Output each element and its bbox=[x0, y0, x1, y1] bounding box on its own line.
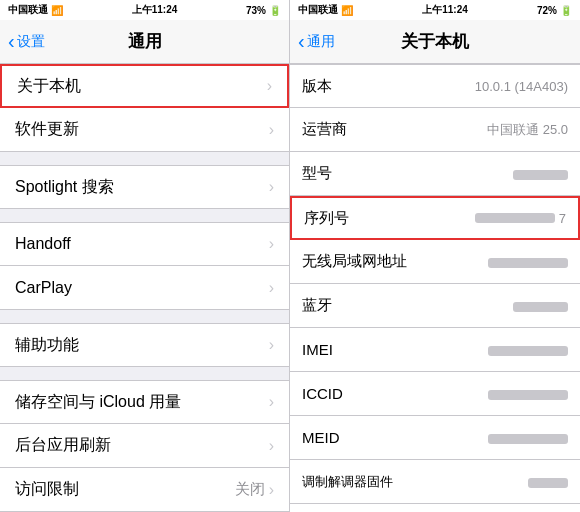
section-gap-1 bbox=[0, 152, 289, 165]
item-software-label: 软件更新 bbox=[15, 119, 79, 140]
key-carrier: 运营商 bbox=[302, 120, 372, 139]
item-bg-label: 后台应用刷新 bbox=[15, 435, 111, 456]
chevron-icon-6: › bbox=[269, 336, 274, 354]
val-bluetooth bbox=[372, 298, 568, 313]
imei-blurred bbox=[488, 346, 568, 356]
row-model: 型号 bbox=[290, 152, 580, 196]
modem-blurred bbox=[528, 478, 568, 488]
section-5: 储存空间与 iCloud 用量 › 后台应用刷新 › 访问限制 关闭 › bbox=[0, 380, 289, 512]
val-version: 10.0.1 (14A403) bbox=[372, 79, 568, 94]
item-handoff-label: Handoff bbox=[15, 235, 71, 253]
carrier-label-right: 中国联通 bbox=[298, 3, 338, 17]
item-restrictions-value: 关闭 › bbox=[235, 480, 274, 499]
key-iccid: ICCID bbox=[302, 385, 372, 402]
item-restrictions[interactable]: 访问限制 关闭 › bbox=[0, 468, 289, 512]
back-chevron-icon-right: ‹ bbox=[298, 31, 305, 51]
val-modem bbox=[393, 474, 568, 489]
bluetooth-blurred bbox=[513, 302, 568, 312]
status-right: 73% 🔋 bbox=[246, 5, 281, 16]
item-spotlight-label: Spotlight 搜索 bbox=[15, 177, 114, 198]
left-panel: 中国联通 📶 上午11:24 73% 🔋 ‹ 设置 通用 关于本机 › 软件更新… bbox=[0, 0, 290, 512]
item-storage[interactable]: 储存空间与 iCloud 用量 › bbox=[0, 380, 289, 424]
row-modem: 调制解调器固件 bbox=[290, 460, 580, 504]
item-carplay-label: CarPlay bbox=[15, 279, 72, 297]
chevron-icon-9: › bbox=[269, 481, 274, 499]
status-bar-left: 中国联通 📶 上午11:24 73% 🔋 bbox=[0, 0, 289, 20]
val-iccid bbox=[372, 386, 568, 401]
section-2: Spotlight 搜索 › bbox=[0, 165, 289, 209]
item-software-update[interactable]: 软件更新 › bbox=[0, 108, 289, 152]
key-serial: 序列号 bbox=[304, 209, 374, 228]
back-chevron-icon: ‹ bbox=[8, 31, 15, 51]
iccid-blurred bbox=[488, 390, 568, 400]
row-version: 版本 10.0.1 (14A403) bbox=[290, 64, 580, 108]
wifi-icon: 📶 bbox=[51, 5, 63, 16]
wifi-addr-blurred bbox=[488, 258, 568, 268]
back-label-right: 通用 bbox=[307, 33, 335, 51]
chevron-icon-7: › bbox=[269, 393, 274, 411]
item-carplay-chevron: › bbox=[269, 279, 274, 297]
chevron-icon: › bbox=[267, 77, 272, 95]
row-meid: MEID bbox=[290, 416, 580, 460]
item-software-chevron: › bbox=[269, 121, 274, 139]
chevron-icon-3: › bbox=[269, 178, 274, 196]
item-accessibility-chevron: › bbox=[269, 336, 274, 354]
item-storage-label: 储存空间与 iCloud 用量 bbox=[15, 392, 181, 413]
item-spotlight[interactable]: Spotlight 搜索 › bbox=[0, 165, 289, 209]
back-button-left[interactable]: ‹ 设置 bbox=[8, 33, 45, 51]
row-seid[interactable]: SEID › bbox=[290, 504, 580, 512]
battery-icon-right: 🔋 bbox=[560, 5, 572, 16]
chevron-icon-5: › bbox=[269, 279, 274, 297]
carrier-label: 中国联通 bbox=[8, 3, 48, 17]
nav-title-right: 关于本机 bbox=[401, 30, 469, 53]
row-wifi-addr: 无线局域网地址 bbox=[290, 240, 580, 284]
serial-end: 7 bbox=[559, 211, 566, 226]
item-accessibility[interactable]: 辅助功能 › bbox=[0, 323, 289, 367]
time-label: 上午11:24 bbox=[132, 3, 178, 17]
item-handoff[interactable]: Handoff › bbox=[0, 222, 289, 266]
row-carrier: 运营商 中国联通 25.0 bbox=[290, 108, 580, 152]
val-carrier: 中国联通 25.0 bbox=[372, 121, 568, 139]
key-wifi-addr: 无线局域网地址 bbox=[302, 252, 407, 271]
item-storage-chevron: › bbox=[269, 393, 274, 411]
item-about[interactable]: 关于本机 › bbox=[0, 64, 289, 108]
section-gap-4 bbox=[0, 367, 289, 380]
battery-label-right: 72% bbox=[537, 5, 557, 16]
time-label-right: 上午11:24 bbox=[422, 3, 468, 17]
battery-label: 73% bbox=[246, 5, 266, 16]
status-left-right: 中国联通 📶 bbox=[298, 3, 353, 17]
back-button-right[interactable]: ‹ 通用 bbox=[298, 33, 335, 51]
model-blurred bbox=[513, 170, 568, 180]
key-version: 版本 bbox=[302, 77, 372, 96]
item-carplay[interactable]: CarPlay › bbox=[0, 266, 289, 310]
section-1: 关于本机 › 软件更新 › bbox=[0, 64, 289, 152]
section-4: 辅助功能 › bbox=[0, 323, 289, 367]
restrictions-off-label: 关闭 bbox=[235, 480, 265, 499]
nav-title-left: 通用 bbox=[128, 30, 162, 53]
back-label-left: 设置 bbox=[17, 33, 45, 51]
chevron-icon-2: › bbox=[269, 121, 274, 139]
item-about-label: 关于本机 bbox=[17, 76, 81, 97]
row-iccid: ICCID bbox=[290, 372, 580, 416]
detail-list: 版本 10.0.1 (14A403) 运营商 中国联通 25.0 型号 序列号 … bbox=[290, 64, 580, 512]
item-restrictions-label: 访问限制 bbox=[15, 479, 79, 500]
section-3: Handoff › CarPlay › bbox=[0, 222, 289, 310]
section-gap-2 bbox=[0, 209, 289, 222]
item-accessibility-label: 辅助功能 bbox=[15, 335, 79, 356]
chevron-icon-8: › bbox=[269, 437, 274, 455]
item-bg-chevron: › bbox=[269, 437, 274, 455]
row-serial: 序列号 7 bbox=[290, 196, 580, 240]
val-model bbox=[372, 166, 568, 181]
val-wifi-addr bbox=[407, 254, 568, 269]
item-about-chevron: › bbox=[267, 77, 272, 95]
key-model: 型号 bbox=[302, 164, 372, 183]
wifi-icon-right: 📶 bbox=[341, 5, 353, 16]
key-imei: IMEI bbox=[302, 341, 372, 358]
item-background-refresh[interactable]: 后台应用刷新 › bbox=[0, 424, 289, 468]
nav-bar-left: ‹ 设置 通用 bbox=[0, 20, 289, 64]
row-imei: IMEI bbox=[290, 328, 580, 372]
item-spotlight-chevron: › bbox=[269, 178, 274, 196]
battery-icon: 🔋 bbox=[269, 5, 281, 16]
val-serial: 7 bbox=[374, 211, 566, 226]
nav-bar-right: ‹ 通用 关于本机 bbox=[290, 20, 580, 64]
